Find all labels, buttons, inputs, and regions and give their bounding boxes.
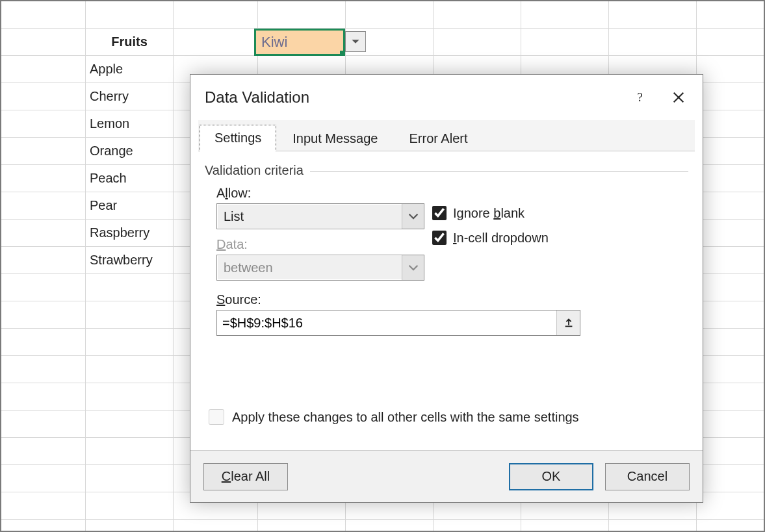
allow-combobox[interactable]: List (216, 203, 424, 229)
cell[interactable] (86, 438, 174, 465)
cell[interactable] (697, 220, 765, 247)
cell[interactable] (258, 520, 346, 532)
cell[interactable] (86, 492, 174, 520)
cancel-button[interactable]: Cancel (605, 463, 690, 490)
cell[interactable] (697, 356, 765, 383)
cell[interactable] (697, 492, 765, 520)
cell[interactable] (86, 329, 174, 356)
list-item[interactable]: Apple (86, 56, 174, 83)
source-input[interactable] (217, 316, 556, 331)
cell[interactable] (697, 83, 765, 110)
list-item[interactable]: Cherry (86, 83, 174, 110)
clear-all-button[interactable]: Clear All (203, 463, 288, 490)
cell[interactable] (1, 83, 86, 110)
cell[interactable] (86, 1, 174, 29)
cell[interactable] (697, 383, 765, 411)
cell[interactable] (697, 329, 765, 356)
dialog-title: Data Validation (205, 88, 309, 107)
header-cell-fruits[interactable]: Fruits (86, 29, 174, 56)
cell[interactable] (521, 520, 609, 532)
cell[interactable] (434, 29, 521, 56)
source-label: Source: (216, 292, 582, 307)
cell[interactable] (86, 520, 174, 532)
cell[interactable] (697, 192, 765, 220)
cell[interactable] (1, 520, 86, 532)
cell[interactable] (1, 192, 86, 220)
in-cell-dropdown-checkbox[interactable]: In-cell dropdown (430, 229, 688, 247)
list-item[interactable]: Lemon (86, 110, 174, 138)
cell[interactable] (609, 520, 697, 532)
cell[interactable] (86, 301, 174, 329)
close-button[interactable] (662, 81, 695, 114)
source-input-wrapper (216, 310, 580, 336)
list-item[interactable]: Raspberry (86, 220, 174, 247)
range-selector-button[interactable] (556, 310, 580, 335)
cell[interactable] (697, 301, 765, 329)
cell[interactable] (434, 1, 521, 29)
cell[interactable] (258, 1, 346, 29)
cell[interactable] (697, 110, 765, 138)
cell[interactable] (1, 110, 86, 138)
cell[interactable] (1, 247, 86, 274)
ok-button[interactable]: OK (509, 463, 593, 490)
cell[interactable] (1, 492, 86, 520)
cell[interactable] (1, 301, 86, 329)
cell[interactable] (1, 56, 86, 83)
cell[interactable] (1, 1, 86, 29)
list-item[interactable]: Orange (86, 138, 174, 165)
cell[interactable] (697, 29, 765, 56)
cell[interactable] (1, 29, 86, 56)
cell[interactable] (697, 411, 765, 438)
cell[interactable] (521, 1, 609, 29)
cell[interactable] (697, 56, 765, 83)
cell[interactable] (697, 138, 765, 165)
cell[interactable] (1, 411, 86, 438)
cell[interactable] (346, 1, 434, 29)
cell[interactable] (86, 383, 174, 411)
help-button[interactable]: ? (625, 81, 657, 114)
active-cell[interactable]: Kiwi (254, 29, 345, 56)
validation-criteria-label: Validation criteria (205, 163, 304, 178)
chevron-down-icon (402, 204, 424, 229)
cell[interactable] (1, 356, 86, 383)
list-item[interactable]: Strawberry (86, 247, 174, 274)
cell[interactable] (697, 520, 765, 532)
data-label: Data: (216, 237, 413, 252)
cell[interactable] (697, 165, 765, 192)
cell[interactable] (174, 520, 258, 532)
cell[interactable] (434, 520, 521, 532)
cell[interactable] (609, 1, 697, 29)
cell[interactable] (86, 465, 174, 492)
cell[interactable] (1, 329, 86, 356)
cell[interactable] (86, 274, 174, 301)
dropdown-arrow-button[interactable] (345, 31, 366, 52)
tab-error-alert[interactable]: Error Alert (394, 125, 482, 151)
fill-handle[interactable] (340, 51, 345, 56)
cell[interactable] (697, 1, 765, 29)
cell[interactable] (697, 438, 765, 465)
tab-input-message[interactable]: Input Message (278, 125, 393, 151)
cell[interactable] (521, 29, 609, 56)
list-item[interactable]: Pear (86, 192, 174, 220)
data-value: between (217, 260, 402, 275)
cell[interactable] (1, 465, 86, 492)
cell[interactable] (1, 274, 86, 301)
cell[interactable] (609, 29, 697, 56)
cell[interactable] (1, 438, 86, 465)
cell[interactable] (1, 383, 86, 411)
cell[interactable] (1, 165, 86, 192)
ignore-blank-checkbox[interactable]: Ignore blank (430, 204, 688, 222)
chevron-down-icon (402, 255, 424, 280)
cell[interactable] (174, 1, 258, 29)
cell[interactable] (346, 520, 434, 532)
list-item[interactable]: Peach (86, 165, 174, 192)
cell[interactable] (174, 29, 258, 56)
cell[interactable] (86, 356, 174, 383)
cell[interactable] (86, 411, 174, 438)
cell[interactable] (697, 274, 765, 301)
cell[interactable] (1, 220, 86, 247)
cell[interactable] (1, 138, 86, 165)
tab-settings[interactable]: Settings (200, 125, 276, 151)
cell[interactable] (697, 247, 765, 274)
cell[interactable] (697, 465, 765, 492)
